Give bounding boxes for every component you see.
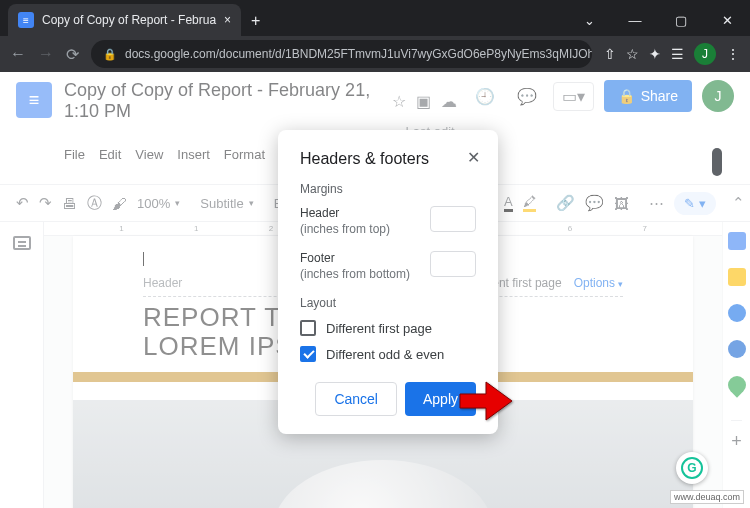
reading-list-icon[interactable]: ☰ [671,46,684,62]
lock-share-icon: 🔒 [618,88,635,104]
style-dropdown[interactable]: Subtitle [200,196,253,211]
docs-favicon: ≡ [18,12,34,28]
window-maximize-icon[interactable]: ▢ [658,4,704,36]
present-button[interactable]: ▭▾ [553,82,594,111]
svg-marker-0 [460,382,512,420]
share-page-icon[interactable]: ⇧ [604,46,616,62]
more-toolbar-icon[interactable]: ⋯ [649,194,664,212]
star-icon[interactable]: ☆ [392,92,406,111]
window-tab-down-icon[interactable]: ⌄ [566,4,612,36]
maps-addon-icon[interactable] [724,372,749,397]
insert-image-icon[interactable]: 🖼 [614,195,629,212]
menu-view[interactable]: View [135,147,163,162]
text-cursor [143,252,144,266]
grammarly-bubble[interactable]: G [676,452,708,484]
move-folder-icon[interactable]: ▣ [416,92,431,111]
keep-addon-icon[interactable] [728,268,746,286]
new-tab-button[interactable]: + [241,12,270,36]
editing-mode-button[interactable]: ✎▾ [674,192,716,215]
address-bar[interactable]: 🔒 docs.google.com/document/d/1BNDM25FTmv… [91,40,592,68]
get-addons-icon[interactable]: + [731,420,742,452]
print-icon[interactable]: 🖶 [62,195,77,212]
side-panel: + [722,222,750,508]
comment-history-icon[interactable]: 🕘 [469,81,501,112]
annotation-arrow-icon [458,378,518,428]
scrollbar[interactable] [712,148,722,468]
menu-edit[interactable]: Edit [99,147,121,162]
watermark: www.deuaq.com [670,490,744,504]
header-margin-input[interactable] [430,206,476,232]
margins-section-label: Margins [300,182,476,196]
menu-file[interactable]: File [64,147,85,162]
header-margin-sublabel: (inches from top) [300,222,390,238]
outline-icon[interactable] [13,236,31,250]
highlight-icon[interactable]: 🖍 [523,194,536,212]
cloud-status-icon: ☁ [441,92,457,111]
contacts-addon-icon[interactable] [728,340,746,358]
tab-title: Copy of Copy of Report - Februa [42,13,216,27]
tasks-addon-icon[interactable] [728,304,746,322]
cancel-button[interactable]: Cancel [315,382,397,416]
footer-margin-sublabel: (inches from bottom) [300,267,410,283]
footer-margin-label: Footer [300,251,410,267]
dialog-title: Headers & footers [300,150,476,168]
url-text: docs.google.com/document/d/1BNDM25FTmvmJ… [125,47,592,61]
different-first-page-option[interactable]: Different first page [300,320,476,336]
star-bookmark-icon[interactable]: ☆ [626,46,639,62]
window-minimize-icon[interactable]: — [612,4,658,36]
checkbox-unchecked-icon[interactable] [300,320,316,336]
redo-icon[interactable]: ↷ [39,194,52,212]
window-close-icon[interactable]: ✕ [704,4,750,36]
paint-format-icon[interactable]: 🖌 [112,195,127,212]
layout-section-label: Layout [300,296,476,310]
header-options-dropdown[interactable]: Options [574,276,623,290]
insert-link-icon[interactable]: 🔗 [556,194,575,212]
forward-icon[interactable]: → [38,45,54,63]
extensions-icon[interactable]: ✦ [649,46,661,62]
reload-icon[interactable]: ⟳ [66,45,79,64]
share-button[interactable]: 🔒 Share [604,80,692,112]
add-comment-icon[interactable]: 💬 [585,194,604,212]
spellcheck-icon[interactable]: Ⓐ [87,194,102,213]
open-comments-icon[interactable]: 💬 [511,81,543,112]
tab-close-icon[interactable]: × [224,13,231,27]
footer-margin-input[interactable] [430,251,476,277]
calendar-addon-icon[interactable] [728,232,746,250]
undo-icon[interactable]: ↶ [16,194,29,212]
grammarly-icon: G [681,457,703,479]
chrome-menu-icon[interactable]: ⋮ [726,46,740,62]
checkbox-checked-icon[interactable] [300,346,316,362]
header-area-label: Header [143,276,182,290]
document-title[interactable]: Copy of Copy of Report - February 21, 1:… [64,80,382,122]
back-icon[interactable]: ← [10,45,26,63]
dialog-close-icon[interactable]: ✕ [467,148,480,167]
docs-logo-icon[interactable]: ≡ [16,82,52,118]
different-odd-even-option[interactable]: Different odd & even [300,346,476,362]
zoom-dropdown[interactable]: 100% [137,196,180,211]
menu-insert[interactable]: Insert [177,147,210,162]
header-margin-label: Header [300,206,390,222]
collapse-toolbar-icon[interactable]: ⌃ [732,194,745,212]
profile-avatar[interactable]: J [694,43,716,65]
account-avatar[interactable]: J [702,80,734,112]
lock-icon: 🔒 [103,48,117,61]
text-color-icon[interactable]: A [504,194,513,212]
menu-format[interactable]: Format [224,147,265,162]
pencil-icon: ✎ [684,196,695,211]
browser-tab[interactable]: ≡ Copy of Copy of Report - Februa × [8,4,241,36]
